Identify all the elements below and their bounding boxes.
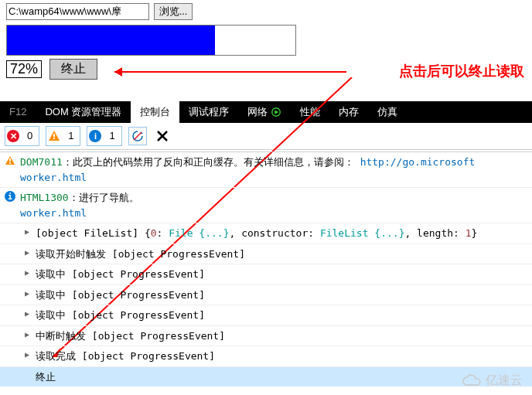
progress-bar (6, 25, 296, 56)
info-badge[interactable]: i1 (87, 126, 121, 146)
annotation-arrow (114, 71, 346, 73)
log-text: 读取中 [object ProgressEvent] (36, 289, 205, 301)
log-text: 读取中 [object ProgressEvent] (36, 268, 205, 280)
tab-debugger[interactable]: 调试程序 (179, 101, 238, 123)
clear-button[interactable] (153, 127, 172, 145)
console-toolbar: ✕0 1 i1 (0, 123, 532, 150)
obj-mid: , constructor: (229, 227, 319, 239)
console-log-line[interactable]: ▶读取开始时触发 [object ProgressEvent] (0, 243, 532, 264)
svg-line-8 (134, 132, 142, 140)
console-log-line[interactable]: ▶读取中 [object ProgressEvent] (0, 284, 532, 305)
console-message-info[interactable]: i HTML1300：进行了导航。 worker.html (0, 187, 532, 223)
obj-key: 0 (151, 227, 157, 239)
msg-text: ：进行了导航。 (69, 192, 139, 203)
tab-network[interactable]: 网络 (238, 101, 291, 123)
svg-rect-6 (53, 138, 55, 139)
error-icon: ✕ (7, 130, 19, 142)
info-count: 1 (103, 127, 121, 145)
annotation-text: 点击后可以终止读取 (399, 62, 524, 80)
console-message-warning[interactable]: DOM7011：此页上的代码禁用了反向和正向缓存。有关详细信息，请参阅： htt… (0, 152, 532, 187)
watermark: 亿速云 (461, 373, 523, 389)
stop-button[interactable]: 终止 (49, 59, 97, 80)
progress-fill (7, 26, 215, 55)
obj-text: [object FileList] { (36, 227, 151, 239)
log-text: 读取开始时触发 [object ProgressEvent] (36, 248, 245, 260)
console-log-line[interactable]: ▶中断时触发 [object ProgressEvent] (0, 325, 532, 346)
warning-icon (5, 155, 15, 166)
log-text: 读取完成 [object ProgressEvent] (36, 350, 215, 362)
console-log-line[interactable]: ▶读取完成 [object ProgressEvent] (0, 346, 532, 366)
info-icon: i (5, 191, 15, 202)
expand-icon[interactable]: ▶ (25, 267, 29, 278)
cloud-icon (461, 374, 483, 388)
expand-icon[interactable]: ▶ (25, 308, 29, 319)
expand-icon[interactable]: ▶ (25, 247, 29, 258)
expand-icon[interactable]: ▶ (25, 349, 29, 360)
close-icon (155, 129, 169, 143)
obj-end: } (472, 227, 478, 239)
refresh-icon (131, 130, 144, 142)
tab-emulation[interactable]: 仿真 (368, 101, 407, 123)
tab-dom-explorer[interactable]: DOM 资源管理器 (36, 101, 131, 123)
errors-count: 0 (21, 127, 39, 145)
refresh-button[interactable] (128, 127, 147, 145)
obj-len: , length: (404, 227, 465, 239)
console-output: DOM7011：此页上的代码禁用了反向和正向缓存。有关详细信息，请参阅： htt… (0, 150, 532, 388)
msg-code: DOM7011 (20, 156, 63, 168)
svg-rect-12 (9, 158, 11, 162)
progress-percent: 72% (6, 60, 42, 78)
log-text: 中断时触发 [object ProgressEvent] (36, 330, 225, 342)
msg-source[interactable]: worker.html (20, 170, 526, 186)
console-object-line[interactable]: ▶[object FileList] {0: File {...}, const… (0, 223, 532, 243)
obj-one: 1 (466, 227, 472, 239)
console-log-line-selected[interactable]: 终止 (0, 366, 532, 387)
warning-icon (48, 130, 60, 142)
devtools-tabs: F12 DOM 资源管理器 控制台 调试程序 网络 性能 内存 仿真 (0, 101, 532, 123)
tab-performance[interactable]: 性能 (291, 101, 329, 123)
msg-url[interactable]: http://go.microsoft (360, 156, 476, 168)
msg-source[interactable]: worker.html (20, 206, 526, 221)
obj-file: File {...} (169, 227, 229, 239)
expand-icon[interactable]: ▶ (25, 329, 29, 340)
svg-rect-5 (53, 134, 55, 137)
console-log-line[interactable]: ▶读取中 [object ProgressEvent] (0, 264, 532, 284)
tab-network-label: 网络 (247, 101, 268, 123)
tab-memory[interactable]: 内存 (329, 101, 368, 123)
errors-badge[interactable]: ✕0 (5, 126, 39, 146)
tab-console[interactable]: 控制台 (131, 101, 179, 123)
obj-filelist: FileList {...} (320, 227, 405, 239)
console-log-line[interactable]: ▶读取中 [object ProgressEvent] (0, 305, 532, 325)
log-text: 读取中 [object ProgressEvent] (36, 309, 205, 321)
msg-code: HTML1300 (20, 192, 69, 203)
log-text: 终止 (36, 371, 56, 383)
browse-button[interactable]: 浏览... (154, 3, 193, 20)
expand-icon[interactable]: ▶ (25, 226, 29, 237)
msg-text: ：此页上的代码禁用了反向和正向缓存。有关详细信息，请参阅： (63, 156, 354, 168)
warnings-badge[interactable]: 1 (46, 126, 80, 146)
info-icon: i (89, 130, 101, 142)
svg-marker-3 (275, 110, 279, 114)
svg-rect-13 (9, 162, 11, 164)
file-path-input[interactable] (6, 3, 149, 20)
watermark-text: 亿速云 (486, 373, 523, 389)
tab-f12[interactable]: F12 (0, 101, 36, 123)
expand-icon[interactable]: ▶ (25, 288, 29, 299)
warnings-count: 1 (62, 127, 80, 145)
